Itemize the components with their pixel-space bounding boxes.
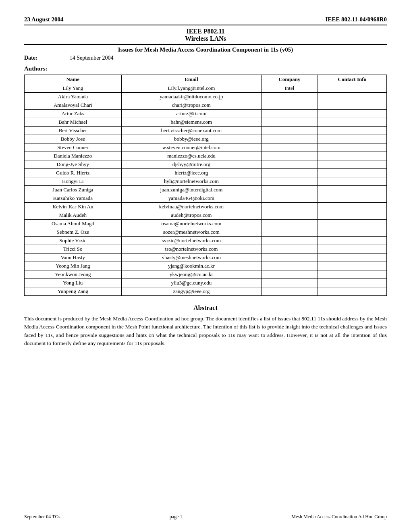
date-label: Date: xyxy=(24,55,37,61)
abstract-section: Abstract This document is produced by th… xyxy=(24,304,387,347)
cell-email: sozer@meshnetworks.com xyxy=(121,228,262,237)
title-block: IEEE P802.11 Wireless LANs xyxy=(24,28,387,42)
cell-email: bert.visscher@conexant.com xyxy=(121,127,262,135)
cell-company: Intel xyxy=(262,84,318,93)
cell-email: arturz@ti.com xyxy=(121,110,262,118)
cell-contact xyxy=(318,279,386,287)
cell-name: Sebnem Z. Oze xyxy=(25,228,122,237)
cell-email: ykwjeong@icu.ac.kr xyxy=(121,270,262,279)
cell-name: Lily Yang xyxy=(25,84,122,93)
table-row: Akira Yamadayamadaakir@nttdocomo.co.jp xyxy=(25,93,387,101)
cell-name: Artur Zaks xyxy=(25,110,122,118)
cell-company xyxy=(262,152,318,160)
table-row: Bert Visscherbert.visscher@conexant.com xyxy=(25,127,387,135)
cell-name: Bobby Jose xyxy=(25,135,122,143)
cell-contact xyxy=(318,169,386,177)
header-divider xyxy=(24,25,387,25)
cell-name: Yeong Min Jang xyxy=(25,262,122,270)
cell-name: Bert Visscher xyxy=(25,127,122,135)
cell-name: Malik Audeh xyxy=(25,211,122,220)
cell-email: yjang@kookmin.ac.kr xyxy=(121,262,262,270)
cell-email: zangyp@ieee.org xyxy=(121,287,262,296)
cell-contact xyxy=(318,245,386,254)
cell-contact xyxy=(318,177,386,186)
table-row: Guido R. Hiertzhiertz@ieee.org xyxy=(25,169,387,177)
cell-contact xyxy=(318,287,386,296)
col-name: Name xyxy=(25,75,122,84)
cell-company xyxy=(262,160,318,169)
doc-title: Issues for Mesh Media Access Coordinatio… xyxy=(24,46,387,53)
cell-email: bobby@ieee.org xyxy=(121,135,262,143)
table-row: Tricci Sotso@nortelnetworks.com xyxy=(25,245,387,254)
table-row: Yeong Min Jangyjang@kookmin.ac.kr xyxy=(25,262,387,270)
cell-company xyxy=(262,194,318,203)
cell-company xyxy=(262,127,318,135)
cell-contact xyxy=(318,152,386,160)
cell-name: Sophie Vrzic xyxy=(25,237,122,245)
page-header: 23 August 2004 IEEE 802.11-04/0968R0 xyxy=(24,16,387,23)
footer-divider xyxy=(24,512,387,512)
cell-email: yamadaakir@nttdocomo.co.jp xyxy=(121,93,262,101)
table-row: Yunpeng Zangzangyp@ieee.org xyxy=(25,287,387,296)
cell-company xyxy=(262,169,318,177)
table-row: Osama Aboul-Magdosama@nortelnetworks.com xyxy=(25,220,387,228)
cell-name: Akira Yamada xyxy=(25,93,122,101)
cell-email: bahr@siemens.com xyxy=(121,118,262,127)
cell-company xyxy=(262,135,318,143)
cell-email: hyli@nortelnetworks.com xyxy=(121,177,262,186)
cell-contact xyxy=(318,143,386,152)
cell-contact xyxy=(318,270,386,279)
cell-company xyxy=(262,237,318,245)
cell-company xyxy=(262,93,318,101)
cell-name: Juan Carlos Zuniga xyxy=(25,186,122,194)
cell-contact xyxy=(318,254,386,262)
cell-contact xyxy=(318,237,386,245)
table-row: Steven Connerw.steven.conner@intel.com xyxy=(25,143,387,152)
table-row: Daniela Maniezzomaniezzo@cs.ucla.edu xyxy=(25,152,387,160)
cell-company xyxy=(262,287,318,296)
cell-email: tso@nortelnetworks.com xyxy=(121,245,262,254)
cell-contact xyxy=(318,194,386,203)
table-row: Bobby Josebobby@ieee.org xyxy=(25,135,387,143)
cell-name: Yunpeng Zang xyxy=(25,287,122,296)
cell-company xyxy=(262,228,318,237)
cell-name: Osama Aboul-Magd xyxy=(25,220,122,228)
cell-contact xyxy=(318,101,386,110)
title-line2: Wireless LANs xyxy=(24,35,387,42)
cell-email: hiertz@ieee.org xyxy=(121,169,262,177)
cell-contact xyxy=(318,93,386,101)
table-row: Malik Audehaudeh@tropos.com xyxy=(25,211,387,220)
cell-company xyxy=(262,203,318,211)
cell-company xyxy=(262,279,318,287)
cell-contact xyxy=(318,110,386,118)
cell-name: Amalavoyal Chari xyxy=(25,101,122,110)
table-row: Bahr Michaelbahr@siemens.com xyxy=(25,118,387,127)
cell-email: osama@nortelnetworks.com xyxy=(121,220,262,228)
cell-email: juan.zuniga@interdigital.com xyxy=(121,186,262,194)
cell-email: djshyy@mitre.org xyxy=(121,160,262,169)
cell-email: w.steven.conner@intel.com xyxy=(121,143,262,152)
cell-contact xyxy=(318,84,386,93)
cell-email: Lily.l.yang@intel.com xyxy=(121,84,262,93)
abstract-text: This document is produced by the Mesh Me… xyxy=(24,315,387,347)
cell-company xyxy=(262,177,318,186)
cell-name: Vann Hasty xyxy=(25,254,122,262)
col-company: Company xyxy=(262,75,318,84)
date-row: Date: 14 September 2004 xyxy=(24,55,387,61)
title-divider xyxy=(24,44,387,45)
cell-company xyxy=(262,254,318,262)
cell-company xyxy=(262,143,318,152)
table-row: Katsuhiko Yamadayamada464@oki.com xyxy=(25,194,387,203)
table-row: Kelvin-Kar-Kin Aukelvinau@nortelnetworks… xyxy=(25,203,387,211)
footer-right: Mesh Media Access Coordination Ad Hoc Gr… xyxy=(291,514,387,520)
cell-company xyxy=(262,270,318,279)
cell-email: yamada464@oki.com xyxy=(121,194,262,203)
cell-name: Dong-Jye Shyy xyxy=(25,160,122,169)
table-row: Yong Liuyliu3@gc.cuny.edu xyxy=(25,279,387,287)
cell-name: Kelvin-Kar-Kin Au xyxy=(25,203,122,211)
cell-company xyxy=(262,262,318,270)
cell-contact xyxy=(318,135,386,143)
date-value: 14 September 2004 xyxy=(70,55,114,61)
cell-company xyxy=(262,186,318,194)
cell-company xyxy=(262,245,318,254)
